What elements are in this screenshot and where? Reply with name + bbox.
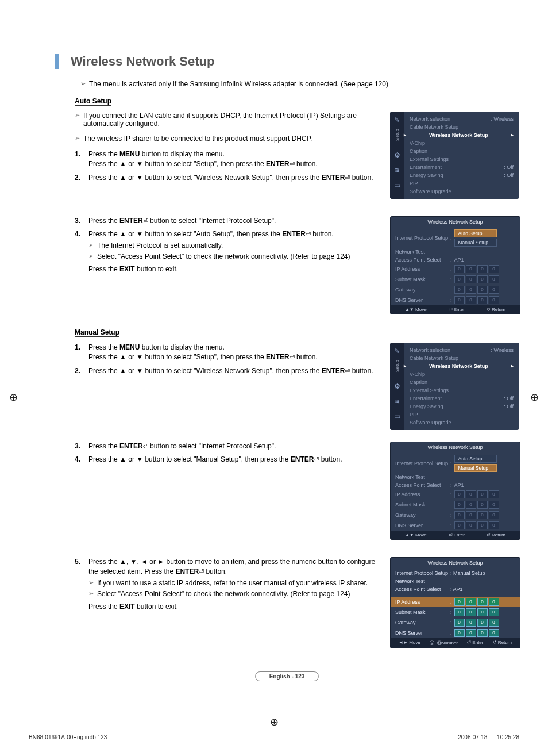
page-title: Wireless Network Setup [71, 54, 519, 69]
wns-opt-manual[interactable]: Manual Setup [454, 239, 497, 247]
doc-footer-left: BN68-01691A-00Eng.indb 123 [29, 734, 107, 740]
auto-step-3: 3. Press the ENTER ⏎ button to select "I… [75, 216, 380, 226]
osd-setup-menu: ✎ Setup ⚙ ≋ ▭ Network selection: Wireles… [390, 112, 519, 199]
brush-icon: ✎ [394, 116, 400, 124]
doc-footer-right: 2008-07-18 10:25:28 [458, 734, 519, 740]
wns-dialog-auto: Wireless Network Setup Internet Protocol… [390, 216, 520, 314]
title-rule [55, 74, 519, 74]
wns-dialog-input: Wireless Network Setup Internet Protocol… [390, 557, 520, 648]
manual-step-1: 1. Press the MENU button to display the … [75, 343, 380, 363]
osd-setup-menu: ✎ Setup ⚙ ≋ ▭ Network selection: Wireles… [390, 343, 519, 430]
enter-icon: ⏎ [143, 442, 148, 451]
enter-icon: ⏎ [143, 217, 148, 226]
wns-opt-auto[interactable]: Auto Setup [454, 455, 497, 463]
enter-icon: ⏎ [290, 353, 295, 362]
gear-icon: ⚙ [394, 151, 400, 159]
tv-icon: ▭ [394, 181, 400, 189]
page-number: English - 123 [255, 671, 319, 681]
auto-note-2: The wireless IP sharer to be connected t… [75, 135, 380, 143]
enter-icon: ⏎ [306, 230, 311, 239]
brush-icon: ✎ [394, 347, 400, 355]
plug-icon: ≋ [394, 166, 400, 174]
intro-note: The menu is activated only if the Samsun… [80, 80, 519, 88]
heading-manual-setup: Manual Setup [75, 328, 119, 337]
auto-note-1: If you connect the LAN cable and it supp… [75, 112, 380, 128]
auto-step-4: 4. Press the ▲ or ▼ button to select "Au… [75, 229, 380, 274]
gear-icon: ⚙ [394, 382, 400, 390]
manual-step-2: 2. Press the ▲ or ▼ button to select "Wi… [75, 366, 380, 376]
registration-mark-bottom: ⊕ [0, 716, 548, 728]
wns-opt-auto[interactable]: Auto Setup [454, 229, 497, 237]
manual-step-5: 5. Press the ▲, ▼, ◄ or ► button to move… [75, 557, 380, 612]
ip-octet[interactable]: 0 [454, 598, 465, 606]
wns-dialog-manual: Wireless Network Setup Internet Protocol… [390, 442, 520, 540]
osd-row-wireless: Wireless Network Setup [404, 131, 519, 139]
manual-step-3: 3. Press the ENTER ⏎ button to select "I… [75, 442, 380, 451]
enter-icon: ⏎ [290, 160, 295, 169]
tv-icon: ▭ [394, 412, 400, 420]
auto-step-2: 2. Press the ▲ or ▼ button to select "Wi… [75, 173, 380, 183]
auto-step-1: 1. Press the MENU button to display the … [75, 149, 380, 170]
wns-opt-manual[interactable]: Manual Setup [454, 464, 497, 472]
manual-step-4: 4. Press the ▲ or ▼ button to select "Ma… [75, 455, 380, 465]
plug-icon: ≋ [394, 397, 400, 405]
heading-auto-setup: Auto Setup [75, 97, 111, 106]
enter-icon: ⏎ [199, 567, 204, 577]
osd-side-label: Setup [395, 129, 400, 141]
